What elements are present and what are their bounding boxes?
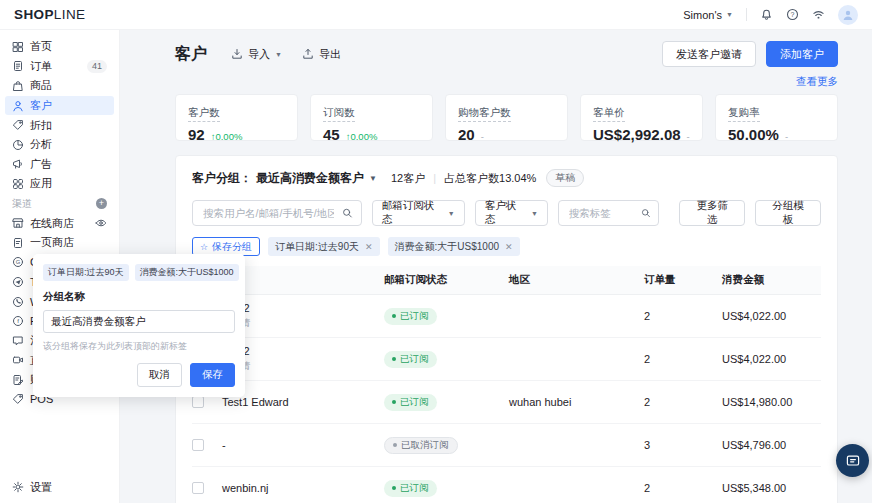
email-status-select[interactable]: 邮箱订阅状态 ▼ bbox=[372, 200, 465, 226]
search-icon[interactable] bbox=[342, 207, 353, 219]
stat-label[interactable]: 订阅数 bbox=[323, 106, 355, 122]
export-upload-icon bbox=[302, 48, 314, 60]
eye-icon[interactable] bbox=[95, 217, 107, 229]
account-name: Simon's bbox=[683, 9, 722, 21]
stat-delta: ↑0.00% bbox=[211, 131, 243, 142]
group-heading: 客户分组： bbox=[192, 170, 252, 187]
person-icon bbox=[12, 100, 24, 112]
group-name-dropdown[interactable]: 最近高消费金额客户 ▼ bbox=[256, 170, 377, 187]
google-icon: G bbox=[12, 256, 24, 268]
group-name-label: 分组名称 bbox=[43, 290, 235, 304]
column-region: 地区 bbox=[509, 273, 644, 287]
avatar[interactable] bbox=[838, 5, 858, 25]
sidebar-item-label: 折扣 bbox=[30, 118, 52, 133]
page-icon bbox=[12, 237, 24, 249]
customer-search-input[interactable] bbox=[201, 206, 336, 220]
stat-label[interactable]: 复购率 bbox=[728, 106, 760, 122]
close-icon[interactable]: ✕ bbox=[505, 242, 513, 252]
sidebar-item-ads[interactable]: 广告 bbox=[5, 155, 114, 175]
stat-card-avg-order-value: 客单价 US$2,992.08- bbox=[580, 94, 703, 141]
svg-text:?: ? bbox=[791, 11, 795, 18]
send-invite-button[interactable]: 发送客户邀请 bbox=[662, 41, 756, 67]
group-name-input[interactable] bbox=[43, 310, 235, 333]
filter-tag-label: 订单日期:过去90天 bbox=[275, 240, 359, 254]
sidebar-item-home[interactable]: 首页 bbox=[5, 37, 114, 57]
row-checkbox[interactable] bbox=[192, 439, 204, 451]
sidebar-item-products[interactable]: 商品 bbox=[5, 76, 114, 96]
status-dot bbox=[393, 443, 397, 447]
chat-bubble-icon bbox=[12, 335, 24, 347]
sidebar-item-label: 一页商店 bbox=[30, 235, 74, 250]
chevron-down-icon: ▼ bbox=[726, 11, 733, 18]
page-title: 客户 bbox=[175, 44, 207, 65]
facebook-icon: f bbox=[12, 315, 24, 327]
customer-status-select[interactable]: 客户状态 ▼ bbox=[475, 200, 548, 226]
tag-search-input[interactable] bbox=[567, 206, 635, 220]
chevron-down-icon: ▼ bbox=[531, 210, 538, 217]
sidebar-item-discounts[interactable]: 折扣 bbox=[5, 115, 114, 135]
customer-status-label: 客户状态 bbox=[485, 199, 524, 227]
stat-value: 45 bbox=[323, 126, 340, 143]
tag-search-field bbox=[558, 200, 659, 226]
customer-name[interactable]: Test1 Edward bbox=[222, 396, 384, 408]
discount-tag-icon bbox=[12, 119, 24, 131]
sidebar-item-label: 客户 bbox=[30, 98, 52, 113]
sidebar-item-online-store[interactable]: 在线商店 bbox=[5, 213, 114, 233]
customer-name[interactable]: 12 12 bbox=[222, 302, 384, 314]
wifi-icon[interactable] bbox=[812, 8, 825, 21]
search-icon[interactable] bbox=[641, 207, 651, 219]
customer-name[interactable]: wenbin.nj bbox=[222, 482, 384, 494]
stat-label[interactable]: 客单价 bbox=[593, 106, 625, 122]
group-name-helper-text: 该分组将保存为此列表顶部的新标签 bbox=[43, 340, 235, 353]
customer-name[interactable]: - bbox=[222, 439, 384, 451]
customer-orders: 3 bbox=[644, 439, 722, 451]
gear-icon bbox=[12, 481, 24, 493]
subscription-status-badge: 已订阅 bbox=[384, 394, 437, 411]
row-checkbox[interactable] bbox=[192, 396, 204, 408]
orders-count-badge: 41 bbox=[87, 60, 107, 73]
add-customer-button[interactable]: 添加客户 bbox=[766, 41, 838, 67]
view-more-link[interactable]: 查看更多 bbox=[796, 75, 838, 89]
filter-tag-spend-amount: 消费金额:大于US$1000 ✕ bbox=[388, 237, 520, 256]
export-button[interactable]: 导出 bbox=[302, 47, 341, 62]
sidebar-item-apps[interactable]: 应用 bbox=[5, 174, 114, 194]
sidebar-item-orders[interactable]: 订单 41 bbox=[5, 57, 114, 77]
sidebar-item-label: 设置 bbox=[30, 480, 52, 495]
chevron-down-icon: ▼ bbox=[448, 210, 455, 217]
stat-card-customers: 客户数 92↑0.00% bbox=[175, 94, 298, 141]
sidebar-item-analytics[interactable]: 分析 bbox=[5, 135, 114, 155]
row-checkbox[interactable] bbox=[192, 482, 204, 494]
divider bbox=[746, 8, 747, 21]
sidebar-item-label: 在线商店 bbox=[30, 216, 74, 231]
import-button[interactable]: 导入 ▼ bbox=[231, 47, 282, 62]
customer-amount: US$14,980.00 bbox=[722, 396, 821, 408]
save-group-popover: 订单日期:过去90天 消费金额:大于US$1000 分组名称 该分组将保存为此列… bbox=[33, 254, 245, 397]
chat-float-button[interactable] bbox=[836, 444, 869, 477]
view-more-row: 查看更多 bbox=[175, 74, 838, 90]
group-header: 客户分组： 最近高消费金额客户 ▼ 12客户 | 占总客户数13.04% 草稿 bbox=[192, 169, 821, 187]
customer-group-panel: 客户分组： 最近高消费金额客户 ▼ 12客户 | 占总客户数13.04% 草稿 … bbox=[175, 155, 838, 503]
home-grid-icon bbox=[12, 41, 24, 53]
sidebar-item-one-page-store[interactable]: 一页商店 bbox=[5, 233, 114, 253]
stat-label[interactable]: 购物客户数 bbox=[458, 106, 511, 122]
column-name: 姓名 bbox=[222, 273, 384, 287]
stat-label[interactable]: 客户数 bbox=[188, 106, 220, 122]
customer-name[interactable]: 12 12 bbox=[222, 345, 384, 357]
group-template-button[interactable]: 分组模板 bbox=[755, 200, 821, 226]
account-menu[interactable]: Simon's ▼ bbox=[683, 9, 733, 21]
sidebar-item-label: 订单 bbox=[30, 59, 52, 74]
logo-thin: LINE bbox=[54, 7, 86, 22]
close-icon[interactable]: ✕ bbox=[365, 242, 373, 252]
chevron-down-icon: ▼ bbox=[275, 51, 282, 58]
sidebar-item-settings[interactable]: 设置 bbox=[5, 477, 114, 497]
status-dot bbox=[392, 357, 396, 361]
more-filters-button[interactable]: 更多筛选 bbox=[679, 200, 745, 226]
save-button[interactable]: 保存 bbox=[190, 363, 235, 387]
cancel-button[interactable]: 取消 bbox=[137, 363, 182, 387]
customer-amount: US$5,348.00 bbox=[722, 482, 821, 494]
add-channel-icon[interactable]: + bbox=[96, 198, 107, 209]
notification-bell-icon[interactable] bbox=[760, 8, 773, 21]
import-label: 导入 bbox=[248, 47, 270, 62]
sidebar-item-customers[interactable]: 客户 bbox=[5, 96, 114, 116]
help-icon[interactable]: ? bbox=[786, 8, 799, 21]
